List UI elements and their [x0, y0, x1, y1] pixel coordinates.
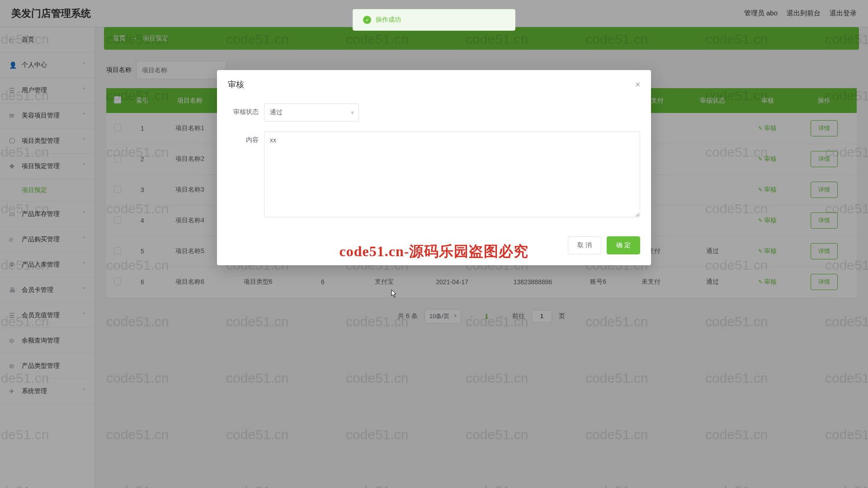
cancel-button[interactable]: 取 消	[568, 236, 601, 254]
success-icon: ✓	[363, 16, 371, 24]
audit-content-textarea[interactable]	[264, 131, 640, 217]
audit-status-select[interactable]: 通过	[264, 103, 359, 122]
audit-modal: 审核 × 审核状态 通过 内容 取 消 确 定	[217, 70, 651, 265]
confirm-button[interactable]: 确 定	[607, 236, 640, 254]
success-toast: ✓ 操作成功	[353, 9, 515, 31]
modal-title: 审核	[228, 79, 244, 90]
audit-status-label: 审核状态	[228, 103, 264, 116]
toast-text: 操作成功	[376, 16, 401, 24]
modal-close-button[interactable]: ×	[635, 80, 640, 89]
audit-content-label: 内容	[228, 131, 264, 144]
